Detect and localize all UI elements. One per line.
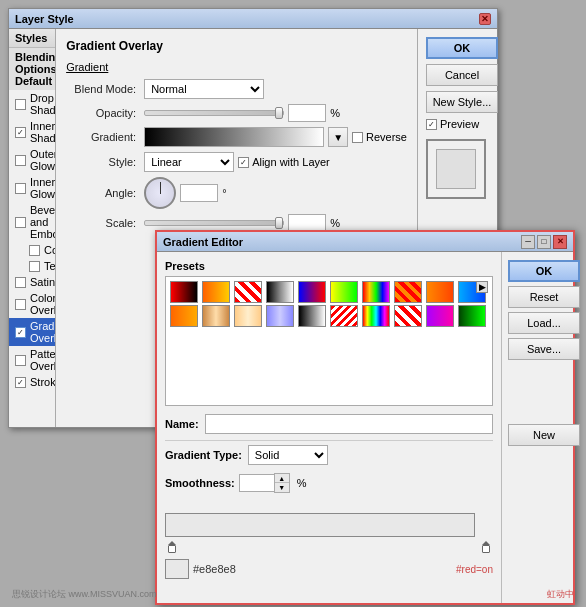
- sidebar-item-pattern-overlay[interactable]: Pattern Overlay: [9, 346, 55, 374]
- gradient-overlay-checkbox[interactable]: [15, 327, 26, 338]
- preset-13[interactable]: [234, 305, 262, 327]
- ge-smoothness-label: Smoothness:: [165, 477, 235, 489]
- preset-6[interactable]: [330, 281, 358, 303]
- cancel-button[interactable]: Cancel: [426, 64, 498, 86]
- blend-mode-label: Blend Mode:: [66, 83, 136, 95]
- ge-load-button[interactable]: Load...: [508, 312, 580, 334]
- pattern-overlay-checkbox[interactable]: [15, 355, 26, 366]
- preset-4[interactable]: [266, 281, 294, 303]
- scale-label: Scale:: [66, 217, 136, 229]
- outer-glow-checkbox[interactable]: [15, 155, 26, 166]
- ge-minimize-button[interactable]: ─: [521, 235, 535, 249]
- gradient-editor-titlebar: Gradient Editor ─ □ ✕: [157, 232, 573, 252]
- sidebar-item-color-overlay[interactable]: Color Overlay: [9, 290, 55, 318]
- satin-checkbox[interactable]: [15, 277, 26, 288]
- align-checkbox[interactable]: [238, 157, 249, 168]
- preset-3[interactable]: [234, 281, 262, 303]
- sidebar-item-blending[interactable]: Blending Options: Default: [9, 48, 55, 90]
- section-title-gradient-overlay: Gradient Overlay: [66, 39, 407, 53]
- angle-dial[interactable]: [144, 177, 176, 209]
- sidebar-item-contour[interactable]: Contour: [9, 242, 55, 258]
- preset-12[interactable]: [202, 305, 230, 327]
- preset-5[interactable]: [298, 281, 326, 303]
- ge-smoothness-row: Smoothness: 100 ▲ ▼ %: [165, 473, 493, 493]
- scale-slider[interactable]: [144, 220, 284, 226]
- preset-2[interactable]: [202, 281, 230, 303]
- smoothness-down-btn[interactable]: ▼: [275, 483, 289, 492]
- preset-9[interactable]: [426, 281, 454, 303]
- smoothness-input[interactable]: 100: [239, 474, 274, 492]
- smoothness-stepper: 100 ▲ ▼: [239, 473, 290, 493]
- blend-mode-select[interactable]: Normal: [144, 79, 264, 99]
- opacity-thumb[interactable]: [275, 107, 283, 119]
- texture-checkbox[interactable]: [29, 261, 40, 272]
- preset-15[interactable]: [298, 305, 326, 327]
- bevel-emboss-checkbox[interactable]: [15, 217, 26, 228]
- preset-20[interactable]: [458, 305, 486, 327]
- window-close-button[interactable]: ✕: [479, 13, 491, 25]
- preset-14[interactable]: [266, 305, 294, 327]
- opacity-input[interactable]: 100: [288, 104, 326, 122]
- stop-body-left: [168, 545, 176, 553]
- preview-label: Preview: [440, 118, 479, 130]
- stop-marker-left[interactable]: [167, 541, 177, 553]
- sidebar-item-inner-glow[interactable]: Inner Glow: [9, 174, 55, 202]
- ge-reset-button[interactable]: Reset: [508, 286, 580, 308]
- inner-glow-checkbox[interactable]: [15, 183, 26, 194]
- smoothness-up-btn[interactable]: ▲: [275, 474, 289, 483]
- opacity-slider[interactable]: [144, 110, 284, 116]
- preset-17[interactable]: [362, 305, 390, 327]
- stroke-label: Stroke: [30, 376, 56, 388]
- scale-thumb[interactable]: [275, 217, 283, 229]
- gradient-bottom-stops: [165, 537, 493, 553]
- sidebar-item-inner-shadow[interactable]: Inner Shadow: [9, 118, 55, 146]
- style-select[interactable]: Linear: [144, 152, 234, 172]
- preset-7[interactable]: [362, 281, 390, 303]
- ge-save-button[interactable]: Save...: [508, 338, 580, 360]
- sidebar-item-gradient-overlay[interactable]: Gradient Overlay: [9, 318, 55, 346]
- gradient-preview[interactable]: [144, 127, 324, 147]
- preset-1[interactable]: [170, 281, 198, 303]
- preset-11[interactable]: [170, 305, 198, 327]
- bevel-emboss-label: Bevel and Emboss: [30, 204, 56, 240]
- reverse-checkbox[interactable]: [352, 132, 363, 143]
- new-style-button[interactable]: New Style...: [426, 91, 498, 113]
- stop-body-right: [482, 545, 490, 553]
- sidebar-item-bevel-emboss[interactable]: Bevel and Emboss: [9, 202, 55, 242]
- angle-input[interactable]: 90: [180, 184, 218, 202]
- align-row: Align with Layer: [238, 156, 330, 168]
- layer-style-title: Layer Style: [15, 13, 74, 25]
- ge-ok-button[interactable]: OK: [508, 260, 580, 282]
- ok-button[interactable]: OK: [426, 37, 498, 59]
- ge-name-input[interactable]: Custom: [205, 414, 493, 434]
- sidebar-item-stroke[interactable]: Stroke: [9, 374, 55, 390]
- presets-arrow-btn[interactable]: ▶: [476, 281, 488, 293]
- inner-shadow-checkbox[interactable]: [15, 127, 26, 138]
- gradient-editor-window: Gradient Editor ─ □ ✕ Presets ▶: [155, 230, 575, 605]
- gradient-top-stops: [165, 501, 493, 513]
- preset-16[interactable]: [330, 305, 358, 327]
- gradient-bar[interactable]: [165, 513, 475, 537]
- preset-18[interactable]: [394, 305, 422, 327]
- ge-name-row: Name: Custom: [165, 414, 493, 434]
- ge-restore-button[interactable]: □: [537, 235, 551, 249]
- sidebar-item-texture[interactable]: Texture: [9, 258, 55, 274]
- sidebar-item-satin[interactable]: Satin: [9, 274, 55, 290]
- stop-color-preview[interactable]: [165, 559, 189, 579]
- contour-checkbox[interactable]: [29, 245, 40, 256]
- sidebar-item-drop-shadow[interactable]: Drop Shadow: [9, 90, 55, 118]
- ge-close-button[interactable]: ✕: [553, 235, 567, 249]
- ge-name-label: Name:: [165, 418, 199, 430]
- preset-8[interactable]: [394, 281, 422, 303]
- preset-19[interactable]: [426, 305, 454, 327]
- sidebar-item-outer-glow[interactable]: Outer Glow: [9, 146, 55, 174]
- color-overlay-checkbox[interactable]: [15, 299, 26, 310]
- gradient-dropdown-btn[interactable]: ▼: [328, 127, 348, 147]
- stroke-checkbox[interactable]: [15, 377, 26, 388]
- ge-new-button[interactable]: New: [508, 424, 580, 446]
- drop-shadow-checkbox[interactable]: [15, 99, 26, 110]
- ge-type-select[interactable]: Solid: [248, 445, 328, 465]
- ge-window-buttons: ─ □ ✕: [521, 235, 567, 249]
- stop-marker-right[interactable]: [481, 541, 491, 553]
- preview-checkbox[interactable]: [426, 119, 437, 130]
